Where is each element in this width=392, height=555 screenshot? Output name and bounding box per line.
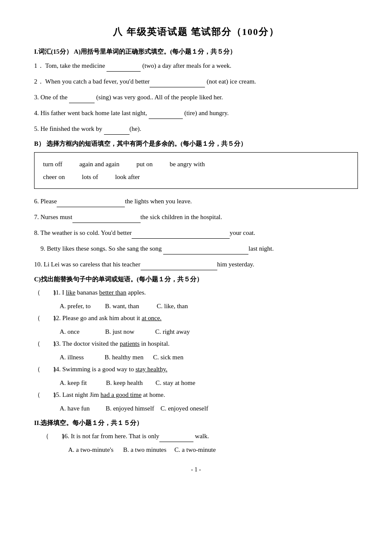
q15-a: A. have fun	[60, 405, 89, 412]
q1-blank	[107, 64, 141, 72]
section2-header: II.选择填空。每小题１分，共１５分）	[34, 419, 358, 427]
q13-paren: （ ）	[34, 338, 51, 350]
q15-c: C. enjoyed oneself	[161, 405, 208, 412]
q14-b: B. keep health	[106, 379, 143, 386]
question-10: 10. Li Lei was so careless that his teac…	[34, 259, 358, 270]
sectionC-header: C)找出能替换句子中的单词或短语。(每小题１分，共５分）	[34, 275, 358, 283]
q16-a: A. a two-minute's	[68, 446, 113, 453]
q4-blank	[149, 111, 183, 119]
phrase-2: again and again	[79, 158, 119, 171]
sectionB-header: B） 选择方框内的短语填空，其中有两个是多余的。(每小题１分，共５分）	[34, 140, 358, 148]
question-15: （ ） 15. Last night Jim had a good time a…	[34, 389, 358, 401]
q15-paren: （ ）	[34, 389, 51, 401]
q3-blank	[69, 95, 95, 103]
q8-num: 8.	[34, 229, 39, 236]
page-number: - 1 -	[34, 466, 358, 473]
q16-c: C. a two-minute	[174, 446, 216, 453]
q10-num: 10.	[34, 261, 42, 268]
question-7: 7. Nurses mustthe sick children in the h…	[34, 211, 358, 223]
q12-c: C. right away	[155, 328, 190, 335]
q11-like: like	[66, 289, 75, 296]
q9-blank	[163, 247, 248, 254]
q16-blank	[159, 434, 193, 442]
q11-c: C. like, than	[157, 303, 188, 309]
phrase-3: put on	[136, 158, 153, 171]
q13-b: B. healthy men	[104, 354, 143, 361]
question-5: 5. He finished the work by (he).	[34, 123, 358, 135]
phrase-4: be angry with	[170, 158, 205, 171]
question-16: （ ） 16. It is not far from here. That is…	[43, 431, 358, 442]
q8-blank	[132, 231, 230, 239]
question-14: （ ） 14. Swimming is a good way to stay h…	[34, 364, 358, 375]
q13-c: C. sick men	[153, 354, 183, 361]
question-8: 8. The weather is so cold. You'd bettery…	[34, 227, 358, 239]
question-2: 2． When you catch a bad fever, you'd bet…	[34, 76, 358, 87]
q5-num: 5.	[34, 125, 39, 132]
q14-stay-healthy: stay healthy.	[135, 366, 167, 373]
q16-b: B. a two minutes	[123, 446, 167, 453]
q2-blank	[150, 80, 205, 87]
q14-paren: （ ）	[34, 364, 51, 375]
q16-choices: A. a two-minute's B. a two minutes C. a …	[68, 446, 358, 454]
q10-blank	[141, 263, 217, 270]
box-row1: turn off again and again put on be angry…	[43, 158, 349, 171]
q3-num: 3.	[34, 94, 39, 101]
phrase-7: look after	[115, 171, 140, 183]
phrase-1: turn off	[43, 158, 62, 171]
q14-choices: A. keep fit B. keep health C. stay at ho…	[60, 379, 358, 387]
question-13: （ ） 13. The doctor visited the patients …	[34, 338, 358, 350]
q11-b: B. want, than	[105, 303, 139, 309]
q12-paren: （ ）	[34, 312, 51, 324]
q11-better-than: better than	[99, 289, 127, 296]
q12-choices: A. once B. just now C. right away	[60, 328, 358, 335]
question-12: （ ） 12. Please go and ask him about it a…	[34, 312, 358, 324]
phrase-box: turn off again and again put on be angry…	[34, 152, 358, 189]
q16-paren: （ ）	[43, 431, 60, 442]
q13-a: A. illness	[60, 354, 84, 361]
q7-num: 7.	[34, 214, 39, 220]
q15-choices: A. have fun B. enjoyed himself C. enjoye…	[60, 405, 358, 412]
question-3: 3. One of the (sing) was very good.. All…	[34, 92, 358, 103]
section1-header: I.词汇(15分） A)用括号里单词的正确形式填空。(每小题１分，共５分）	[34, 48, 358, 56]
q13-choices: A. illness B. healthy men C. sick men	[60, 354, 358, 361]
q12-at-once: at once.	[141, 315, 161, 321]
q6-blank	[57, 199, 125, 207]
question-1: 1． Tom, take the medicine (two) a day af…	[34, 60, 358, 72]
q12-b: B. just now	[105, 328, 135, 335]
q7-blank	[72, 215, 141, 223]
q5-blank	[104, 127, 130, 135]
phrase-6: lots of	[82, 171, 98, 183]
q13-patients: patients	[120, 340, 140, 347]
q11-choices: A. prefer, to B. want, than C. like, tha…	[60, 303, 358, 310]
question-6: 6. Pleasethe lights when you leave.	[34, 196, 358, 207]
q9-num: 9.	[40, 245, 45, 252]
q15-had-good-time: had a good time	[101, 391, 141, 398]
q15-b: B. enjoyed himself	[106, 405, 154, 412]
box-row2: cheer on lots of look after	[43, 171, 349, 183]
q6-num: 6.	[34, 198, 39, 205]
q11-a: A. prefer, to	[60, 303, 91, 309]
q14-c: C. stay at home	[156, 379, 195, 386]
page-title: 八 年级英语试题 笔试部分（100分）	[34, 26, 358, 38]
q1-num: 1．	[34, 62, 44, 69]
q11-paren: （ ）	[34, 287, 51, 298]
q14-a: A. keep fit	[60, 379, 87, 386]
phrase-5: cheer on	[43, 171, 65, 183]
q4-num: 4.	[34, 110, 39, 116]
question-9: 9. Betty likes these songs. So she sang …	[34, 243, 358, 254]
question-4: 4. His father went back home late last n…	[34, 107, 358, 119]
q12-a: A. once	[60, 328, 80, 335]
q2-num: 2．	[34, 78, 44, 85]
question-11: （ ） 11. I like bananas better than apple…	[34, 287, 358, 298]
